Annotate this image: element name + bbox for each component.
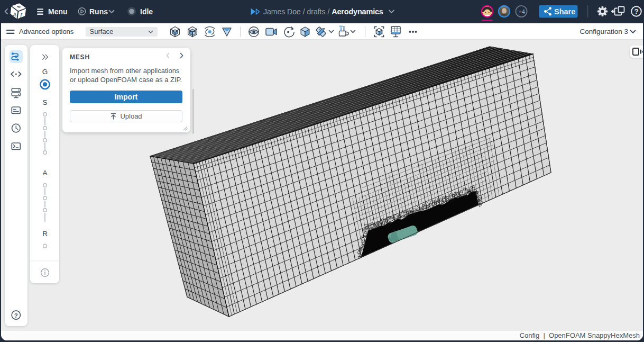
svg-text:R: R	[42, 230, 48, 238]
svg-text:?: ?	[14, 312, 18, 319]
svg-text:S: S	[42, 98, 47, 106]
svg-text:A: A	[42, 169, 47, 177]
svg-text:?: ?	[634, 7, 638, 15]
svg-text:G: G	[42, 68, 48, 76]
